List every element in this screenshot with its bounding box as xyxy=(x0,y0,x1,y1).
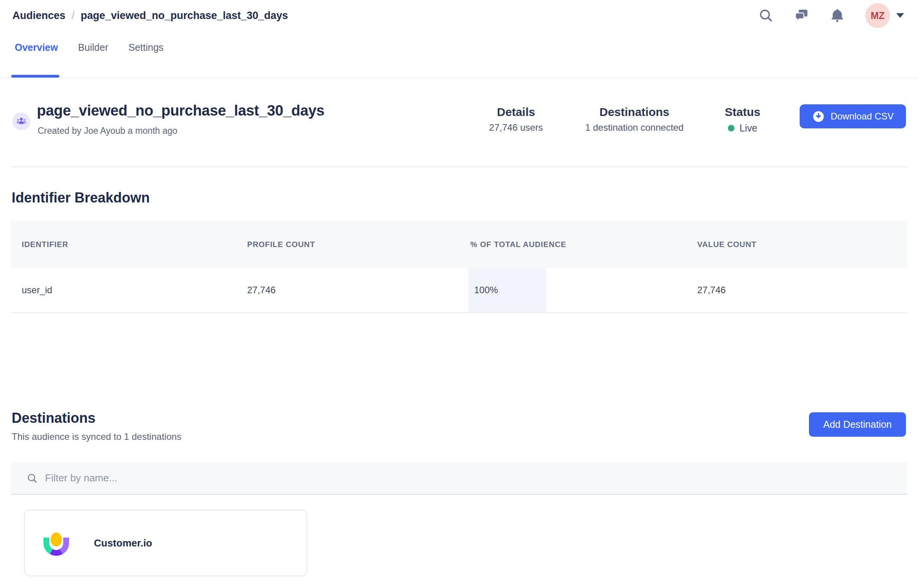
identifier-breakdown-heading: Identifier Breakdown xyxy=(12,190,918,206)
breadcrumb-separator: / xyxy=(72,10,75,22)
download-csv-label: Download CSV xyxy=(831,111,894,122)
filter-search-icon xyxy=(26,472,38,484)
tab-overview[interactable]: Overview xyxy=(15,42,58,78)
caret-down-icon[interactable] xyxy=(896,13,904,18)
breadcrumb-audiences-link[interactable]: Audiences xyxy=(12,10,66,22)
destinations-heading: Destinations xyxy=(12,410,918,426)
destination-card-customerio[interactable]: Customer.io xyxy=(24,510,307,576)
breadcrumb-current-page: page_viewed_no_purchase_last_30_days xyxy=(81,10,288,22)
audience-header: page_viewed_no_purchase_last_30_days Cre… xyxy=(0,78,918,167)
chat-icon[interactable] xyxy=(794,8,809,23)
identifier-breakdown-table: IDENTIFIER PROFILE COUNT % OF TOTAL AUDI… xyxy=(11,221,907,313)
cell-profile-count: 27,746 xyxy=(236,285,459,296)
account-menu: MZ xyxy=(865,3,904,28)
details-label: Details xyxy=(481,105,551,119)
status-live-dot xyxy=(728,125,734,131)
tab-settings[interactable]: Settings xyxy=(128,42,163,78)
column-header-profile-count: PROFILE COUNT xyxy=(236,240,459,249)
status-line: Live xyxy=(725,123,779,134)
destination-filter-bar xyxy=(11,462,907,495)
stat-destinations: Destinations 1 destination connected xyxy=(578,105,691,133)
audience-overview-page: Audiences / page_viewed_no_purchase_last… xyxy=(0,0,918,588)
pct-of-total-value: 100% xyxy=(474,285,498,296)
topbar-actions: MZ xyxy=(758,3,904,28)
cell-value-count: 27,746 xyxy=(686,285,907,296)
destinations-section-header: Destinations This audience is synced to … xyxy=(0,410,918,442)
customerio-logo-icon xyxy=(43,530,69,556)
status-label: Status xyxy=(725,105,779,119)
cell-identifier: user_id xyxy=(11,285,236,296)
filter-by-name-input[interactable] xyxy=(45,472,317,484)
tab-builder[interactable]: Builder xyxy=(78,42,108,78)
download-icon xyxy=(812,110,825,123)
download-csv-button[interactable]: Download CSV xyxy=(800,104,906,128)
breadcrumb: Audiences / page_viewed_no_purchase_last… xyxy=(12,10,288,22)
bell-icon[interactable] xyxy=(830,8,845,23)
add-destination-button[interactable]: Add Destination xyxy=(809,412,906,437)
destination-name: Customer.io xyxy=(94,537,152,549)
page-title: page_viewed_no_purchase_last_30_days xyxy=(37,102,324,119)
stat-status: Status Live xyxy=(725,105,779,134)
tab-bar: Overview Builder Settings xyxy=(0,31,918,78)
audience-icon xyxy=(12,112,30,130)
destinations-label: Destinations xyxy=(578,105,691,119)
column-header-identifier: IDENTIFIER xyxy=(11,240,236,249)
stat-details: Details 27,746 users xyxy=(481,105,551,133)
table-row: user_id 27,746 100% 27,746 xyxy=(11,268,907,313)
cell-pct-of-total: 100% xyxy=(459,268,686,312)
column-header-value-count: VALUE COUNT xyxy=(686,240,907,249)
destinations-value: 1 destination connected xyxy=(578,122,691,133)
created-by-text: Created by Joe Ayoub a month ago xyxy=(38,126,177,136)
table-header-row: IDENTIFIER PROFILE COUNT % OF TOTAL AUDI… xyxy=(11,221,907,268)
search-icon[interactable] xyxy=(758,8,774,23)
column-header-pct-of-total: % OF TOTAL AUDIENCE xyxy=(459,240,686,249)
top-bar: Audiences / page_viewed_no_purchase_last… xyxy=(0,0,918,31)
avatar[interactable]: MZ xyxy=(865,3,890,28)
status-badge: Live xyxy=(740,123,757,134)
destinations-subtitle: This audience is synced to 1 destination… xyxy=(12,431,918,442)
details-value: 27,746 users xyxy=(481,122,551,133)
